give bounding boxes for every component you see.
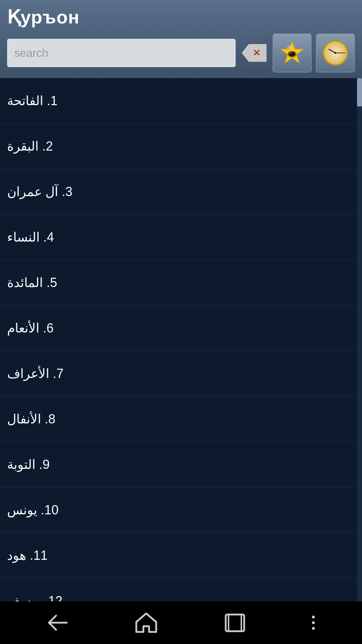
recents-button[interactable] (221, 610, 249, 636)
history-button[interactable] (316, 33, 355, 72)
menu-icon (312, 616, 315, 630)
list-item[interactable]: 2. البقرة (0, 124, 362, 169)
favorites-button[interactable] (273, 33, 312, 72)
list-item[interactable]: 8. الأنفال (0, 396, 362, 442)
menu-button[interactable] (308, 612, 318, 633)
clear-button[interactable]: ✕ (240, 39, 268, 67)
search-row: ✕ (7, 33, 355, 72)
list-item[interactable]: 7. الأعراف (0, 351, 362, 396)
list-item[interactable]: 9. التوبة (0, 442, 362, 487)
scroll-thumb[interactable] (357, 78, 362, 107)
list-item[interactable]: 11. هود (0, 533, 362, 578)
back-button[interactable] (44, 610, 72, 635)
scrollbar[interactable] (357, 78, 362, 601)
home-button[interactable] (131, 608, 161, 637)
list-item[interactable]: 5. المائدة (0, 260, 362, 305)
svg-text:✕: ✕ (253, 48, 260, 58)
svg-marker-9 (136, 613, 156, 632)
back-icon (47, 614, 68, 632)
surah-list: 1. الفاتحة 2. البقرة 3. آل عمران 4. النس… (0, 78, 362, 601)
list-item[interactable]: 1. الفاتحة (0, 78, 362, 124)
list-item[interactable]: 12. يوسف (0, 578, 362, 601)
star-icon (280, 40, 305, 65)
list-item[interactable]: 6. الأنعام (0, 305, 362, 351)
list-item[interactable]: 3. آل عمران (0, 169, 362, 215)
search-input[interactable] (7, 39, 236, 67)
svg-rect-11 (229, 615, 241, 631)
app-title: Қуръон (7, 6, 355, 28)
clock-icon (323, 40, 348, 66)
app-header: Қуръон ✕ (0, 0, 362, 78)
home-icon (135, 612, 158, 633)
bottom-navigation (0, 601, 362, 644)
svg-point-7 (290, 53, 292, 54)
list-item[interactable]: 4. النساء (0, 215, 362, 260)
recents-icon (224, 613, 246, 633)
clear-icon: ✕ (242, 44, 267, 62)
list-item[interactable]: 10. يونس (0, 487, 362, 533)
